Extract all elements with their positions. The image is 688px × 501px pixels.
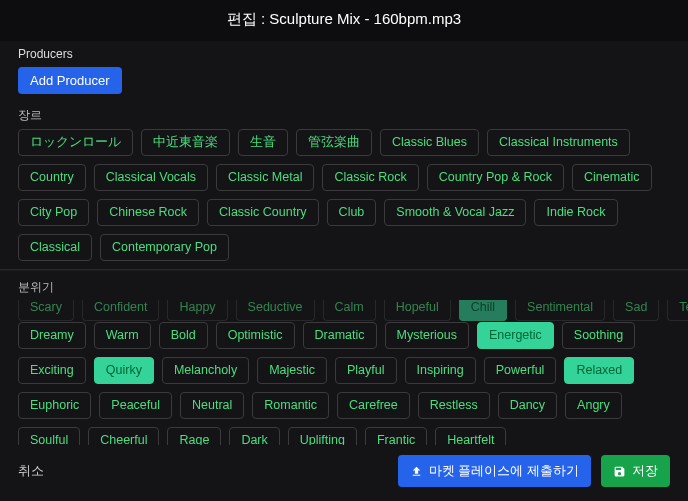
upload-icon [410,465,423,478]
dialog-footer: 취소 마켓 플레이스에 제출하기 저장 [0,445,688,501]
genre-tag[interactable]: Classic Metal [216,164,314,191]
mood-tag[interactable]: Chill [459,300,507,321]
genre-tag[interactable]: Cinematic [572,164,652,191]
genre-tag[interactable]: Contemporary Pop [100,234,229,261]
mood-tag[interactable]: Neutral [180,392,244,419]
genre-tag[interactable]: ロックンロール [18,129,133,156]
mood-tag[interactable]: Dreamy [18,322,86,349]
mood-tag[interactable]: Mysterious [385,322,469,349]
mood-tag[interactable]: Exciting [18,357,86,384]
add-producer-button[interactable]: Add Producer [18,67,122,94]
genre-tag[interactable]: 管弦楽曲 [296,129,372,156]
genre-tags: ロックンロール中近東音楽生音管弦楽曲Classic BluesClassical… [18,129,670,261]
genre-tag[interactable]: Club [327,199,377,226]
mood-tag[interactable]: Sad [613,300,659,321]
mood-tag[interactable]: Relaxed [564,357,634,384]
mood-tag[interactable]: Restless [418,392,490,419]
genre-tag[interactable]: Indie Rock [534,199,617,226]
genre-tag[interactable]: Classical Vocals [94,164,208,191]
mood-tag[interactable]: Bold [159,322,208,349]
producers-label: Producers [18,47,670,61]
mood-tag[interactable]: Romantic [252,392,329,419]
mood-tag[interactable]: Soothing [562,322,635,349]
mood-tag[interactable]: Seductive [236,300,315,321]
mood-tag[interactable]: Melancholy [162,357,249,384]
mood-tag[interactable]: Tense [667,300,688,321]
mood-tag[interactable]: Powerful [484,357,557,384]
mood-tags-cutoff: ScaryConfidentHappySeductiveCalmHopefulC… [18,301,670,322]
genre-tag[interactable]: Classic Rock [322,164,418,191]
mood-tag[interactable]: Cheerful [88,427,159,445]
mood-tag[interactable]: Inspiring [405,357,476,384]
mood-tag[interactable]: Calm [323,300,376,321]
cancel-button[interactable]: 취소 [18,462,44,480]
submit-marketplace-button[interactable]: 마켓 플레이스에 제출하기 [398,455,591,487]
genre-tag[interactable]: Classical Instruments [487,129,630,156]
mood-tag[interactable]: Confident [82,300,160,321]
mood-tag[interactable]: Warm [94,322,151,349]
mood-tag[interactable]: Soulful [18,427,80,445]
mood-tag[interactable]: Energetic [477,322,554,349]
genre-tag[interactable]: Country Pop & Rock [427,164,564,191]
mood-tag[interactable]: Scary [18,300,74,321]
mood-tag[interactable]: Euphoric [18,392,91,419]
mood-tag[interactable]: Sentimental [515,300,605,321]
save-button[interactable]: 저장 [601,455,670,487]
genre-tag[interactable]: Classical [18,234,92,261]
mood-tag[interactable]: Frantic [365,427,427,445]
submit-label: 마켓 플레이스에 제출하기 [429,462,579,480]
mood-tag[interactable]: Playful [335,357,397,384]
mood-tag[interactable]: Carefree [337,392,410,419]
mood-tag[interactable]: Heartfelt [435,427,506,445]
section-divider [0,269,688,272]
mood-tag[interactable]: Dramatic [303,322,377,349]
mood-tag[interactable]: Angry [565,392,622,419]
mood-tag[interactable]: Uplifting [288,427,357,445]
mood-tag[interactable]: Hopeful [384,300,451,321]
genre-tag[interactable]: Smooth & Vocal Jazz [384,199,526,226]
mood-tag[interactable]: Optimistic [216,322,295,349]
mood-tag[interactable]: Quirky [94,357,154,384]
mood-tag[interactable]: Rage [167,427,221,445]
mood-label: 분위기 [18,280,670,295]
genre-tag[interactable]: Classic Country [207,199,319,226]
mood-tag[interactable]: Happy [167,300,227,321]
dialog-title: 편집 : Sculpture Mix - 160bpm.mp3 [0,0,688,41]
genre-tag[interactable]: Chinese Rock [97,199,199,226]
mood-tag[interactable]: Dancy [498,392,557,419]
genre-tag[interactable]: Classic Blues [380,129,479,156]
mood-tags: DreamyWarmBoldOptimisticDramaticMysterio… [18,322,670,445]
genre-label: 장르 [18,108,670,123]
save-icon [613,465,626,478]
genre-tag[interactable]: 生音 [238,129,288,156]
genre-tag[interactable]: City Pop [18,199,89,226]
mood-tag[interactable]: Peaceful [99,392,172,419]
genre-tag[interactable]: Country [18,164,86,191]
genre-tag[interactable]: 中近東音楽 [141,129,230,156]
dialog-content: Producers Add Producer 장르 ロックンロール中近東音楽生音… [0,41,688,445]
save-label: 저장 [632,462,658,480]
mood-tag[interactable]: Majestic [257,357,327,384]
mood-tag[interactable]: Dark [229,427,279,445]
